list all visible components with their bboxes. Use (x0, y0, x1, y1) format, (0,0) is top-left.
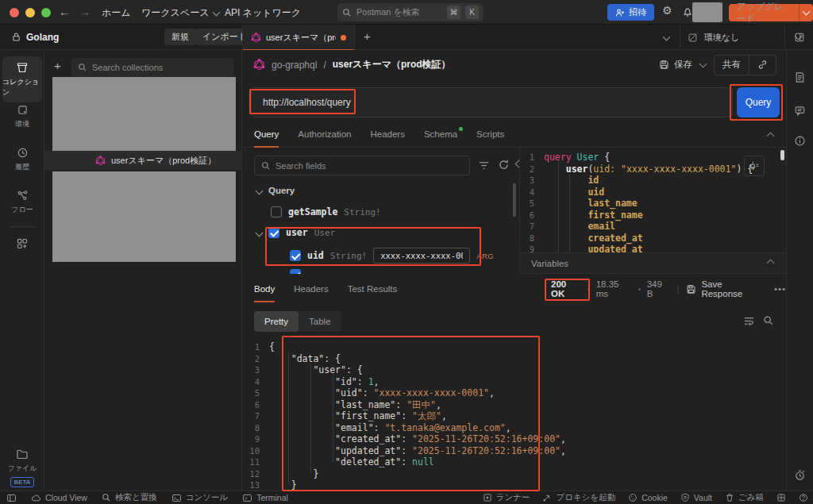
avatar[interactable] (692, 2, 722, 22)
help-icon[interactable] (799, 493, 808, 502)
comments-icon[interactable] (794, 105, 806, 117)
cookie-button[interactable]: Cookie (628, 493, 668, 502)
breadcrumb-collection[interactable]: go-graphql (272, 60, 317, 71)
window-zoom-button[interactable] (41, 8, 51, 17)
response-area: Body Headers Test Results 200 OK 18.35 m… (242, 274, 786, 491)
upgrade-button[interactable]: アップグレード (729, 4, 813, 21)
trash-icon (725, 493, 734, 502)
find-replace-button[interactable]: 検索と置換 (102, 492, 157, 503)
flows-icon (17, 190, 29, 202)
nav-home[interactable]: ホーム (102, 6, 131, 20)
trash-button[interactable]: ごみ箱 (725, 492, 764, 503)
nav-workspaces[interactable]: ワークスペース (141, 6, 219, 20)
back-icon[interactable]: ← (59, 6, 70, 18)
copy-link-button[interactable] (749, 60, 776, 70)
collections-search-input[interactable] (92, 63, 211, 72)
documentation-icon[interactable] (794, 71, 806, 83)
add-collection-button[interactable]: + (54, 59, 61, 72)
invite-button[interactable]: 招待 (607, 4, 654, 21)
forward-icon[interactable]: → (79, 6, 91, 18)
builder-arg-uid[interactable]: uid String! ARG (290, 248, 494, 264)
tab-headers[interactable]: Headers (370, 121, 404, 148)
tab-test-results[interactable]: Test Results (348, 276, 398, 302)
environment-quicklook-icon[interactable] (794, 32, 805, 43)
refresh-icon[interactable] (498, 159, 510, 171)
cookie-icon (628, 493, 638, 502)
getsample-checkbox[interactable] (271, 206, 282, 217)
collection-item-user-schema[interactable]: userスキーマ（prod検証） (44, 151, 242, 170)
nav-api-network[interactable]: API ネットワーク (225, 6, 301, 20)
search-response-icon[interactable] (763, 315, 774, 326)
bell-icon[interactable] (682, 6, 693, 17)
request-tab[interactable]: userスキーマ（prod検証） (242, 25, 355, 50)
user-checkbox[interactable] (268, 227, 279, 238)
response-body[interactable]: 1{2 "data": {3 "user": {4 "id": 1,5 "uid… (242, 337, 786, 491)
add-blocks-icon[interactable] (16, 237, 29, 250)
builder-field-getsample[interactable]: getSample String! (271, 206, 381, 217)
sidebar-item-files[interactable]: ファイル BETA (2, 443, 42, 492)
global-search-input[interactable]: Postman を検索 ⌘ K (337, 3, 484, 21)
url-input[interactable] (252, 88, 732, 117)
start-proxy-button[interactable]: プロキシを起動 (542, 492, 615, 503)
tab-list-chevron-icon[interactable] (663, 33, 671, 41)
save-button[interactable]: 保存 (659, 59, 692, 71)
uid-value-input[interactable] (373, 248, 470, 264)
tab-query[interactable]: Query (254, 121, 279, 148)
tab-response-headers[interactable]: Headers (294, 276, 328, 302)
new-button[interactable]: 新規 (164, 29, 196, 45)
sidebar-item-history[interactable]: 履歴 (2, 142, 42, 177)
view-pretty[interactable]: Pretty (254, 311, 299, 332)
sidebar-item-flows[interactable]: フロー (2, 185, 42, 220)
unsaved-dot (341, 35, 346, 40)
console-button[interactable]: コンソール (171, 492, 228, 503)
uid-checkbox[interactable] (290, 250, 301, 261)
tab-scripts[interactable]: Scripts (476, 121, 504, 148)
builder-field-user[interactable]: user User (256, 227, 335, 238)
cloud-view-button[interactable]: Cloud View (31, 493, 87, 503)
tab-schema[interactable]: Schema (424, 121, 457, 148)
chevron-down-icon[interactable] (800, 11, 813, 14)
search-icon (102, 493, 111, 502)
share-button[interactable]: 共有 (715, 59, 749, 71)
response-meta: 200 OK 18.35 ms 349 B | Save Response ••… (551, 274, 786, 304)
editor-scrollbar[interactable] (780, 150, 784, 160)
arg-badge: ARG (476, 252, 494, 260)
query-button[interactable]: Query (737, 87, 780, 117)
terminal-button[interactable]: Terminal (242, 493, 288, 503)
sidebar-item-collections[interactable]: コレクション (2, 56, 42, 102)
tab-body[interactable]: Body (254, 276, 275, 302)
variables-section-header[interactable]: Variables (520, 252, 786, 274)
runner-button[interactable]: ランナー (483, 492, 530, 503)
expand-panel-icon[interactable] (776, 493, 786, 502)
window-close-button[interactable] (10, 8, 19, 17)
terminal-icon (242, 493, 252, 503)
builder-root-row[interactable]: Query (256, 186, 295, 195)
field-search-input[interactable] (275, 161, 434, 171)
view-table[interactable]: Table (299, 311, 341, 332)
workspace-name[interactable]: Golang (26, 32, 59, 43)
collections-search[interactable] (71, 58, 233, 77)
prettify-button[interactable] (744, 156, 765, 176)
field-search[interactable] (254, 156, 470, 175)
save-options-chevron-icon[interactable] (699, 60, 707, 67)
sidebar-item-environments[interactable]: 環境 (2, 99, 42, 134)
filter-icon[interactable] (478, 160, 490, 171)
wrap-lines-icon[interactable] (743, 315, 755, 327)
info-icon[interactable] (794, 135, 806, 147)
save-response-button[interactable]: Save Response (701, 279, 763, 298)
vault-button[interactable]: Vault (680, 493, 712, 502)
vault-icon (680, 493, 690, 502)
gear-icon[interactable]: ⚙ (662, 4, 672, 17)
new-tab-button[interactable]: + (364, 29, 371, 43)
toggle-sidebar-icon[interactable] (6, 493, 17, 503)
collections-panel: + userスキーマ（prod検証） (44, 50, 242, 491)
left-sidebar: コレクション 環境 履歴 フロー ファイル BETA (0, 50, 44, 491)
url-field[interactable] (251, 87, 733, 117)
more-options-button[interactable]: ••• (774, 284, 786, 294)
tab-authorization[interactable]: Authorization (298, 121, 351, 148)
response-json[interactable]: 1{2 "data": {3 "user": {4 "id": 1,5 "uid… (242, 341, 786, 491)
capture-requests-icon[interactable] (794, 469, 806, 481)
window-minimize-button[interactable] (25, 8, 35, 17)
status-badge: 200 OK (551, 279, 581, 298)
builder-scrollbar[interactable] (513, 183, 516, 217)
